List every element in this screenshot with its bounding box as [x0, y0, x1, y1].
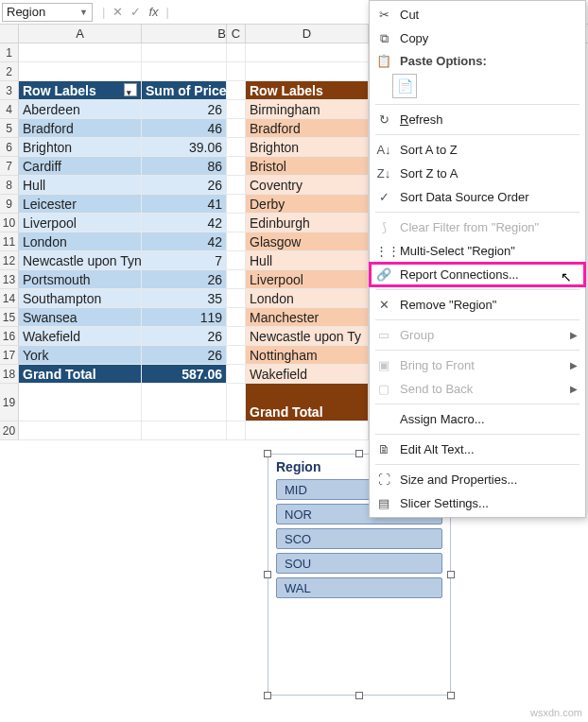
row-header[interactable]: 6	[0, 138, 19, 157]
bring-front-icon: ▣	[375, 358, 392, 372]
pivot1-cell[interactable]: York	[19, 346, 142, 365]
fx-label: fx	[148, 5, 158, 19]
menu-assign-macro[interactable]: Assign Macro...	[370, 407, 585, 431]
menu-alt-text[interactable]: 🗎Edit Alt Text...	[370, 438, 585, 461]
menu-paste-title: 📋Paste Options:	[370, 50, 585, 71]
row-header[interactable]: 17	[0, 346, 19, 365]
pivot1-cell[interactable]: 7	[142, 251, 227, 270]
chevron-down-icon[interactable]: ▼	[79, 8, 88, 17]
pivot1-rowlabels-header[interactable]: Row Labels	[19, 81, 142, 100]
menu-report-connections[interactable]: 🔗Report Connections...↖	[370, 263, 585, 286]
row-header[interactable]: 7	[0, 157, 19, 176]
row-header[interactable]: 15	[0, 308, 19, 327]
menu-sort-az[interactable]: A↓Sort A to Z	[370, 138, 585, 162]
pivot1-cell[interactable]: 26	[142, 346, 227, 365]
row-headers: 1 2 3 4 5 6 7 8 9 10 11 12 13 14 15 16 1…	[0, 43, 19, 440]
menu-size-properties[interactable]: ⛶Size and Properties...	[370, 468, 585, 491]
size-icon: ⛶	[375, 473, 392, 487]
pivot2-cell[interactable]: Nottingham	[246, 346, 369, 365]
menu-slicer-settings[interactable]: ▤Slicer Settings...	[370, 491, 585, 515]
row-header[interactable]: 18	[0, 365, 19, 384]
col-header[interactable]: C	[227, 25, 246, 43]
pivot1-cell[interactable]: Aberdeen	[19, 100, 142, 119]
col-header[interactable]: B	[142, 25, 227, 43]
pivot2-cell[interactable]: Hull	[246, 251, 369, 270]
pivot1-cell[interactable]: Bradford	[19, 119, 142, 138]
pivot1-cell[interactable]: Leicester	[19, 195, 142, 214]
pivot1-cell[interactable]: 26	[142, 270, 227, 289]
row-header[interactable]: 3	[0, 81, 19, 100]
pivot1-cell[interactable]: 39.06	[142, 138, 227, 157]
alttext-icon: 🗎	[375, 442, 392, 456]
pivot2-cell[interactable]: Newcastle upon Ty	[246, 327, 369, 346]
menu-copy[interactable]: ⧉Copy	[370, 26, 585, 50]
pivot2-cell[interactable]: Brighton	[246, 138, 369, 157]
copy-icon: ⧉	[375, 31, 392, 46]
pivot1-cell[interactable]: 42	[142, 232, 227, 251]
pivot1-cell[interactable]: 26	[142, 100, 227, 119]
pivot1-cell[interactable]: 42	[142, 214, 227, 232]
row-header[interactable]: 19	[0, 384, 19, 421]
pivot1-cell[interactable]: Hull	[19, 176, 142, 195]
pivot1-cell[interactable]: Southampton	[19, 289, 142, 308]
filter-icon[interactable]	[124, 83, 137, 96]
row-header[interactable]: 4	[0, 100, 19, 119]
pivot2-cell[interactable]: Derby	[246, 195, 369, 214]
menu-sort-ds[interactable]: ✓Sort Data Source Order	[370, 185, 585, 209]
row-header[interactable]: 11	[0, 232, 19, 251]
slicer-item[interactable]: SOU	[276, 553, 442, 574]
slicer-item[interactable]: SCO	[276, 528, 442, 549]
slicer-title: Region	[276, 459, 320, 474]
menu-refresh[interactable]: ↻Refresh	[370, 108, 585, 131]
menu-sort-za[interactable]: Z↓Sort Z to A	[370, 162, 585, 185]
row-header[interactable]: 12	[0, 251, 19, 270]
pivot2-cell[interactable]: Bradford	[246, 119, 369, 138]
pivot1-cell[interactable]: Wakefield	[19, 327, 142, 346]
pivot1-cell[interactable]: Brighton	[19, 138, 142, 157]
row-header[interactable]: 2	[0, 62, 19, 81]
pivot1-cell[interactable]: Newcastle upon Tyne	[19, 251, 142, 270]
row-header[interactable]: 10	[0, 214, 19, 232]
pivot2-cell[interactable]: Liverpool	[246, 270, 369, 289]
pivot2-cell[interactable]: Wakefield	[246, 365, 369, 384]
pivot1-cell[interactable]: 41	[142, 195, 227, 214]
pivot2-cell[interactable]: Birmingham	[246, 100, 369, 119]
pivot1-cell[interactable]: 35	[142, 289, 227, 308]
pivot2-cell[interactable]: Bristol	[246, 157, 369, 176]
row-header[interactable]: 9	[0, 195, 19, 214]
pivot1-cell[interactable]: Swansea	[19, 308, 142, 327]
col-header[interactable]: D	[246, 25, 369, 43]
pivot1-cell[interactable]: 119	[142, 308, 227, 327]
row-header[interactable]: 20	[0, 421, 19, 440]
pivot1-cell[interactable]: London	[19, 232, 142, 251]
pivot2-rowlabels-header[interactable]: Row Labels	[246, 81, 369, 100]
pivot1-cell[interactable]: 46	[142, 119, 227, 138]
pivot2-cell[interactable]: Glasgow	[246, 232, 369, 251]
row-header[interactable]: 5	[0, 119, 19, 138]
connections-icon: 🔗	[375, 267, 392, 282]
pivot2-cell[interactable]: Coventry	[246, 176, 369, 195]
row-header[interactable]: 14	[0, 289, 19, 308]
pivot1-cell[interactable]: Cardiff	[19, 157, 142, 176]
menu-remove[interactable]: ✕Remove "Region"	[370, 293, 585, 317]
row-header[interactable]: 13	[0, 270, 19, 289]
pivot1-cell[interactable]: 86	[142, 157, 227, 176]
filter-clear-icon: ⟆	[375, 220, 392, 234]
pivot1-cell[interactable]: Liverpool	[19, 214, 142, 232]
pivot2-cell[interactable]: London	[246, 289, 369, 308]
menu-multi-select[interactable]: ⋮⋮Multi-Select "Region"	[370, 239, 585, 263]
pivot1-cell[interactable]: 26	[142, 176, 227, 195]
name-box[interactable]: Region ▼	[2, 3, 93, 22]
row-header[interactable]: 1	[0, 43, 19, 62]
menu-cut[interactable]: ✂Cut	[370, 3, 585, 26]
row-header[interactable]: 8	[0, 176, 19, 195]
slicer-item[interactable]: WAL	[276, 577, 442, 598]
col-header[interactable]: A	[19, 25, 142, 43]
remove-icon: ✕	[375, 298, 392, 312]
pivot2-cell[interactable]: Edinburgh	[246, 214, 369, 232]
pivot1-cell[interactable]: Portsmouth	[19, 270, 142, 289]
menu-paste-option[interactable]: 📄	[370, 71, 585, 101]
pivot2-cell[interactable]: Manchester	[246, 308, 369, 327]
pivot1-cell[interactable]: 26	[142, 327, 227, 346]
row-header[interactable]: 16	[0, 327, 19, 346]
